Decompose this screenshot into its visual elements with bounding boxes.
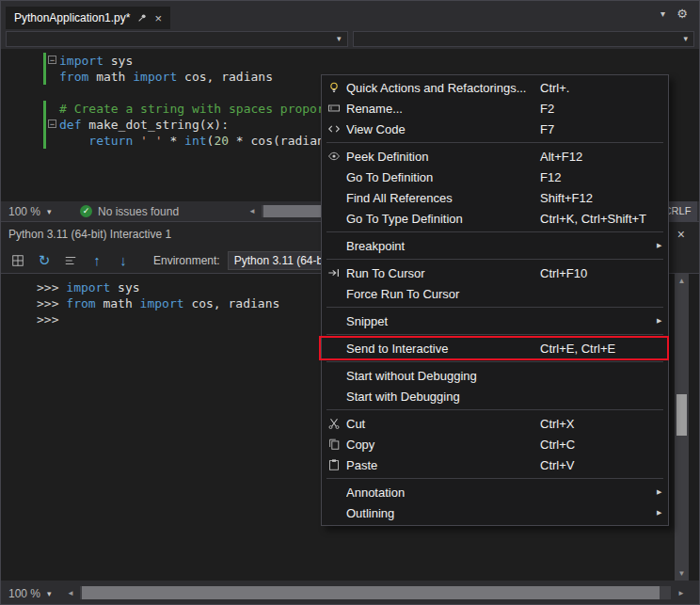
interactive-window-icon[interactable] xyxy=(8,251,27,270)
menu-item-shortcut: Ctrl+X xyxy=(540,417,657,431)
menu-item-shortcut: F12 xyxy=(540,170,657,184)
scroll-up-icon[interactable]: ▲ xyxy=(675,277,689,285)
issues-indicator[interactable]: ✓ No issues found xyxy=(80,201,179,221)
environment-label: Environment: xyxy=(153,254,220,267)
menu-item-force-run-to-cursor[interactable]: Force Run To Cursor xyxy=(322,283,668,304)
scrollbar-thumb[interactable] xyxy=(82,586,660,599)
menu-item-start-with-debugging[interactable]: Start with Debugging xyxy=(322,386,668,406)
token: # Create a string with spaces propor xyxy=(59,102,325,116)
horizontal-scrollbar[interactable] xyxy=(80,586,671,599)
menu-item-label: Go To Type Definition xyxy=(346,212,540,226)
view-code-icon xyxy=(322,122,346,135)
token: math xyxy=(96,296,140,310)
zoom-level: 100 % xyxy=(8,205,40,218)
scrollbar-thumb[interactable] xyxy=(676,394,687,436)
menu-item-shortcut: Ctrl+C xyxy=(540,438,657,452)
token: ' ' xyxy=(140,134,162,148)
document-tab[interactable]: PythonApplication1.py* × xyxy=(6,7,170,29)
context-menu: Quick Actions and Refactorings...Ctrl+.R… xyxy=(321,74,669,526)
zoom-control[interactable]: 100 % ▾ xyxy=(8,581,52,605)
menu-item-quick-actions-and-refactorings[interactable]: Quick Actions and Refactorings...Ctrl+. xyxy=(322,77,668,98)
peek-definition-icon xyxy=(322,150,346,163)
close-tab-icon[interactable]: × xyxy=(154,12,162,24)
editor-code: import sysfrom math import cos, radians … xyxy=(59,53,325,149)
menu-item-label: Breakpoint xyxy=(346,239,540,253)
token: import xyxy=(66,280,110,295)
token: from xyxy=(59,70,88,84)
menu-item-go-to-definition[interactable]: Go To DefinitionF12 xyxy=(322,167,668,187)
menu-item-send-to-interactive[interactable]: Send to InteractiveCtrl+E, Ctrl+E xyxy=(322,338,668,358)
menu-item-label: Peek Definition xyxy=(346,150,540,164)
menu-item-label: Send to Interactive xyxy=(346,342,540,356)
code-line: # Create a string with spaces propor xyxy=(59,101,325,117)
menu-item-breakpoint[interactable]: Breakpoint▶ xyxy=(322,235,668,256)
token: sys xyxy=(103,54,133,68)
vertical-scrollbar[interactable]: ▲ ▼ xyxy=(675,274,689,581)
menu-item-label: Copy xyxy=(346,438,540,452)
token: int xyxy=(184,134,206,148)
menu-item-snippet[interactable]: Snippet▶ xyxy=(322,310,668,331)
menu-item-label: Annotation xyxy=(346,486,540,500)
menu-item-outlining[interactable]: Outlining▶ xyxy=(322,502,668,523)
menu-item-go-to-type-definition[interactable]: Go To Type DefinitionCtrl+K, Ctrl+Shift+… xyxy=(322,208,668,229)
close-panel-icon[interactable]: × xyxy=(677,227,685,242)
zoom-control[interactable]: 100 % ▾ xyxy=(8,201,52,221)
submenu-arrow-icon: ▶ xyxy=(657,509,668,517)
history-previous-icon[interactable]: ↑ xyxy=(88,251,106,270)
token: cos, radians xyxy=(177,70,273,84)
interactive-window-title: Python 3.11 (64-bit) Interactive 1 xyxy=(8,228,171,241)
members-dropdown[interactable]: ▾ xyxy=(353,31,695,47)
clear-screen-icon[interactable] xyxy=(61,251,80,270)
fold-collapse-icon[interactable]: − xyxy=(48,56,56,64)
vs-window: PythonApplication1.py* × ▾ ⚙ ▾ ▾ import … xyxy=(0,0,700,605)
run-to-cursor-icon xyxy=(322,266,346,279)
menu-item-find-all-references[interactable]: Find All ReferencesShift+F12 xyxy=(322,187,668,208)
fold-collapse-icon[interactable]: − xyxy=(48,119,56,128)
submenu-arrow-icon: ▶ xyxy=(657,317,668,325)
chevron-down-icon: ▾ xyxy=(47,207,52,216)
token: 20 xyxy=(214,134,229,148)
menu-item-rename[interactable]: Rename...F2 xyxy=(322,98,668,119)
menu-item-label: Go To Definition xyxy=(346,170,540,184)
menu-item-paste[interactable]: PasteCtrl+V xyxy=(322,454,668,475)
environment-select[interactable]: Python 3.11 (64-bit) xyxy=(228,251,335,270)
code-line: from math import cos, radians xyxy=(59,69,325,85)
reset-icon[interactable]: ↻ xyxy=(35,251,54,270)
menu-separator xyxy=(326,334,663,335)
menu-separator xyxy=(326,478,663,479)
menu-item-shortcut: F7 xyxy=(540,122,657,136)
chevron-down-icon: ▾ xyxy=(683,34,688,43)
change-bar xyxy=(43,53,46,85)
menu-item-shortcut: Alt+F12 xyxy=(540,150,657,164)
scroll-left-icon[interactable]: ◄ xyxy=(67,581,74,605)
menu-item-shortcut: Ctrl+V xyxy=(540,458,657,472)
scroll-down-icon[interactable]: ▼ xyxy=(675,569,689,578)
token: make_dot_string(x): xyxy=(81,118,229,132)
menu-item-label: Find All References xyxy=(346,191,540,205)
menu-item-annotation[interactable]: Annotation▶ xyxy=(322,482,668,502)
scroll-right-icon[interactable]: ► xyxy=(677,581,685,605)
chevron-down-icon: ▾ xyxy=(47,589,52,598)
check-icon: ✓ xyxy=(80,205,92,217)
code-line: return ' ' * int(20 * cos(radian xyxy=(59,133,325,149)
document-list-chevron-icon[interactable]: ▾ xyxy=(660,8,665,19)
token: math xyxy=(88,70,133,84)
tab-title: PythonApplication1.py* xyxy=(14,11,130,24)
token: >>> xyxy=(37,280,66,295)
menu-item-peek-definition[interactable]: Peek DefinitionAlt+F12 xyxy=(322,146,668,167)
pin-icon[interactable] xyxy=(136,12,148,24)
menu-item-label: Force Run To Cursor xyxy=(346,287,540,301)
history-next-icon[interactable]: ↓ xyxy=(114,251,133,270)
menu-item-cut[interactable]: CutCtrl+X xyxy=(322,413,668,434)
token xyxy=(59,134,88,148)
types-dropdown[interactable]: ▾ xyxy=(6,31,348,47)
token: * xyxy=(163,134,184,148)
menu-item-shortcut: Ctrl+E, Ctrl+E xyxy=(540,342,657,356)
scroll-left-icon[interactable]: ◄ xyxy=(248,201,256,221)
menu-item-start-without-debugging[interactable]: Start without Debugging xyxy=(322,365,668,386)
menu-item-run-to-cursor[interactable]: Run To CursorCtrl+F10 xyxy=(322,263,668,283)
settings-gear-icon[interactable]: ⚙ xyxy=(676,7,688,21)
menu-item-view-code[interactable]: View CodeF7 xyxy=(322,119,668,139)
menu-item-copy[interactable]: CopyCtrl+C xyxy=(322,434,668,454)
token: sys xyxy=(110,280,139,295)
